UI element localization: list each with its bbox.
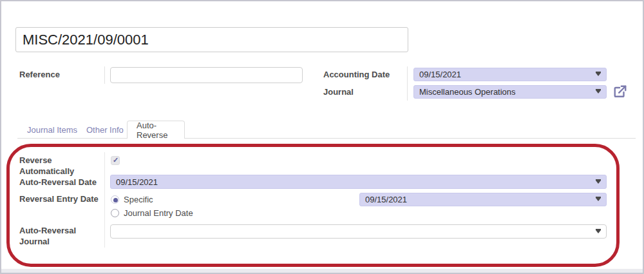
- entry-name-input[interactable]: [15, 27, 408, 52]
- external-link-icon[interactable]: [613, 84, 627, 99]
- auto-reversal-journal-select[interactable]: [110, 224, 607, 239]
- radio-button-icon: [111, 209, 119, 217]
- radio-specific[interactable]: Specific: [111, 195, 153, 204]
- specific-date-value: 09/15/2021: [365, 195, 592, 204]
- accounting-date-label: Accounting Date: [323, 69, 390, 80]
- caret-down-icon: [596, 181, 601, 184]
- auto-reversal-date-value: 09/15/2021: [116, 177, 592, 187]
- tab-journal-items[interactable]: Journal Items: [18, 121, 86, 139]
- radio-journal-entry-date-label: Journal Entry Date: [124, 208, 193, 218]
- reference-input[interactable]: [110, 67, 303, 83]
- specific-date-select[interactable]: 09/15/2021: [359, 193, 607, 206]
- auto-reversal-date-label: Auto-Reversal Date: [19, 177, 106, 188]
- divider: [104, 66, 105, 84]
- auto-reversal-journal-label: Auto-Reversal Journal: [19, 225, 90, 247]
- reverse-automatically-checkbox[interactable]: [111, 156, 120, 165]
- accounting-date-value: 09/15/2021: [419, 70, 592, 79]
- journal-value: Miscellaneous Operations: [419, 87, 592, 97]
- journal-select[interactable]: Miscellaneous Operations: [413, 85, 607, 99]
- radio-specific-label: Specific: [124, 195, 153, 204]
- caret-down-icon: [596, 73, 601, 76]
- tab-auto-reverse[interactable]: Auto-Reverse: [127, 121, 185, 139]
- reverse-automatically-label: Reverse Automatically: [19, 155, 97, 177]
- accounting-date-select[interactable]: 09/15/2021: [413, 68, 607, 81]
- bottom-strip: [1, 269, 643, 273]
- radio-button-icon: [111, 195, 119, 204]
- reversal-entry-date-label: Reversal Entry Date: [19, 193, 106, 204]
- journal-label: Journal: [323, 86, 354, 97]
- radio-journal-entry-date[interactable]: Journal Entry Date: [111, 208, 193, 218]
- reference-label: Reference: [19, 69, 60, 80]
- caret-down-icon: [596, 90, 601, 93]
- caret-down-icon: [596, 230, 601, 233]
- tab-other-info[interactable]: Other Info: [77, 121, 133, 139]
- caret-down-icon: [596, 198, 601, 201]
- divider: [407, 66, 408, 101]
- auto-reversal-date-select[interactable]: 09/15/2021: [110, 175, 607, 189]
- journal-entry-form: Reference Accounting Date Journal 09/15/…: [0, 0, 644, 274]
